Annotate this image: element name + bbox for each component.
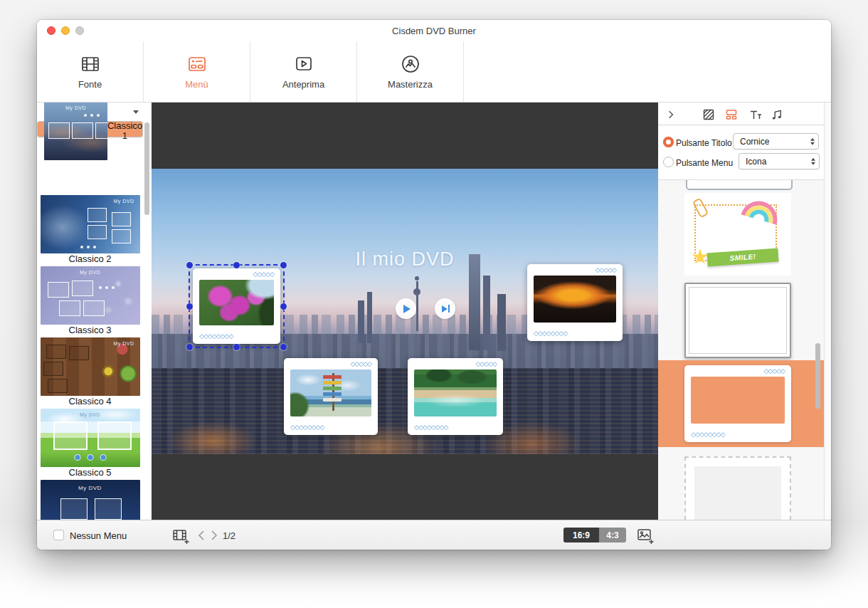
- window-title: Cisdem DVD Burner: [37, 20, 831, 41]
- thumb-title: My DVD: [41, 412, 140, 417]
- film-strip-icon: [80, 53, 101, 75]
- inspector-scrollbar[interactable]: [815, 343, 820, 409]
- smile-frame-border: SMILE!: [694, 204, 777, 261]
- inspector-panel: Pulsante Titolo Cornice Pulsante Menu Ic…: [658, 103, 831, 520]
- resize-handle-sw[interactable]: [186, 344, 193, 350]
- skip-bar: [448, 305, 450, 313]
- burn-disc-icon: [400, 53, 421, 75]
- aspect-4-3-button[interactable]: 4:3: [599, 528, 626, 543]
- template-name: Classico 5: [37, 468, 143, 478]
- frame-style-item-plain[interactable]: [684, 283, 791, 358]
- template-item-classico-1[interactable]: My DVD Classico 1: [37, 121, 143, 137]
- rainbow-icon: [739, 192, 784, 229]
- app-window: Cisdem DVD Burner Fonte: [37, 20, 831, 550]
- frame-chain-decoration: ◇◇◇◇◇: [475, 361, 497, 367]
- thumb-title: My DVD: [41, 270, 140, 275]
- frame-style-item-selected[interactable]: ◇◇◇◇◇ ◇◇◇◇◇◇◇◇: [658, 360, 824, 447]
- template-name: Classico 4: [37, 397, 143, 407]
- template-item-classico-5[interactable]: My DVD Classico 5: [37, 406, 143, 477]
- template-thumbnail: My DVD: [41, 195, 140, 253]
- frame-style-item-partial[interactable]: [686, 179, 793, 190]
- add-page-button[interactable]: [171, 527, 190, 545]
- template-item-classico-4[interactable]: My DVD Classico 4: [37, 335, 143, 406]
- resize-handle-nw[interactable]: [186, 262, 193, 268]
- icona-select-value: Icona: [746, 157, 766, 167]
- smile-banner-label: SMILE!: [729, 253, 756, 263]
- photo-frame-signs[interactable]: ◇◇◇◇◇ ◇◇◇◇◇◇◇◇: [284, 358, 378, 435]
- frame-style-item-stamp[interactable]: [684, 456, 791, 520]
- text-icon[interactable]: [748, 108, 762, 122]
- pulsante-menu-label: Pulsante Menu: [676, 158, 733, 168]
- sidebar-scrollbar[interactable]: [144, 122, 149, 215]
- tab-masterizza-label: Masterizza: [388, 79, 433, 90]
- next-page-button[interactable]: [209, 530, 219, 541]
- thumb-title: My DVD: [113, 199, 134, 204]
- menu-template-icon: [186, 53, 208, 75]
- frame-style-item-smile[interactable]: SMILE!: [684, 193, 791, 276]
- photo-frame-sunset[interactable]: ◇◇◇◇◇ ◇◇◇◇◇◇◇◇: [527, 264, 623, 341]
- tab-masterizza[interactable]: Masterizza: [357, 41, 464, 102]
- star-icon: [692, 248, 709, 266]
- aspect-16-9-button[interactable]: 16:9: [563, 528, 599, 543]
- frame-chain-decoration: ◇◇◇◇◇: [253, 271, 274, 278]
- frame-chain-decoration: ◇◇◇◇◇◇◇◇: [290, 424, 324, 431]
- tab-anteprima[interactable]: Anteprima: [250, 41, 357, 102]
- frame-chain-decoration: ◇◇◇◇◇: [350, 361, 371, 367]
- frame-style-list: SMILE! ◇◇◇◇◇ ◇◇◇◇◇◇◇◇: [658, 179, 824, 520]
- resize-handle-ne[interactable]: [280, 262, 287, 268]
- resize-handle-s[interactable]: [233, 344, 240, 350]
- collapse-panel-button[interactable]: [664, 108, 678, 122]
- music-icon[interactable]: [770, 108, 784, 122]
- frame-icon[interactable]: [724, 108, 739, 122]
- template-item-partial[interactable]: My DVD: [37, 477, 143, 520]
- inspector-header: [658, 103, 824, 125]
- frame-chain-decoration: ◇◇◇◇◇◇◇◇: [414, 424, 448, 431]
- aspect-ratio-toggle: 16:9 4:3: [563, 528, 626, 543]
- skip-icon: [442, 305, 448, 313]
- pulsante-titolo-radio[interactable]: [663, 137, 674, 147]
- thumb-title: My DVD: [44, 105, 107, 110]
- cornice-select[interactable]: Cornice: [733, 133, 819, 150]
- main-toolbar: Fonte Menù Anteprima: [37, 41, 831, 103]
- frame-chain-decoration: ◇◇◇◇◇◇◇◇: [691, 431, 724, 438]
- prev-page-button[interactable]: [196, 530, 206, 541]
- background-icon[interactable]: [702, 108, 716, 122]
- cornice-select-value: Cornice: [740, 137, 769, 147]
- photo-frame-beach[interactable]: ◇◇◇◇◇ ◇◇◇◇◇◇◇◇: [408, 358, 503, 435]
- resize-handle-e[interactable]: [280, 303, 287, 310]
- tab-fonte-label: Fonte: [78, 79, 102, 90]
- add-image-button[interactable]: [636, 527, 655, 545]
- thumb-title: My DVD: [41, 485, 140, 491]
- thumb-title: My DVD: [113, 341, 134, 346]
- menu-skip-button[interactable]: [435, 298, 455, 319]
- tab-menu[interactable]: Menù: [144, 41, 250, 102]
- pulsante-menu-radio[interactable]: [663, 157, 674, 167]
- frame-chain-decoration: ◇◇◇◇◇: [763, 368, 785, 374]
- stamp-frame-inner: [694, 466, 781, 520]
- template-item-classico-3[interactable]: My DVD Classico 3: [37, 263, 143, 335]
- nessun-menu-label: Nessun Menu: [70, 530, 127, 541]
- tab-menu-label: Menù: [185, 79, 208, 90]
- photo-beach-signs: [290, 369, 371, 416]
- photo-flowers: [199, 280, 274, 325]
- stepper-icon: [810, 137, 815, 145]
- nessun-menu-checkbox[interactable]: [53, 530, 64, 540]
- photo-frame: ◇◇◇◇◇ ◇◇◇◇◇◇◇◇: [193, 268, 280, 344]
- bottom-bar: Nessun Menu 1/2 16:9 4:3: [37, 520, 831, 550]
- template-thumbnail: My DVD: [41, 266, 140, 325]
- icona-select[interactable]: Icona: [739, 153, 820, 169]
- template-thumbnail: My DVD: [41, 409, 140, 467]
- selected-photo-frame[interactable]: ◇◇◇◇◇ ◇◇◇◇◇◇◇◇: [189, 264, 285, 348]
- template-name: Classico 1: [107, 121, 142, 141]
- resize-handle-n[interactable]: [233, 262, 240, 268]
- template-name: Classico 3: [37, 325, 143, 335]
- resize-handle-w[interactable]: [186, 303, 193, 310]
- template-item-classico-2[interactable]: My DVD Classico 2: [37, 192, 143, 263]
- preview-play-icon: [293, 53, 314, 75]
- menu-preview-canvas: Il mio DVD ◇◇◇◇◇ ◇◇◇◇◇◇◇◇: [152, 103, 658, 520]
- paperclip-icon: [692, 197, 709, 218]
- tab-fonte[interactable]: Fonte: [37, 41, 144, 102]
- frame-chain-decoration: ◇◇◇◇◇◇◇◇: [199, 333, 233, 340]
- menu-play-button[interactable]: [396, 298, 416, 319]
- resize-handle-se[interactable]: [280, 344, 287, 350]
